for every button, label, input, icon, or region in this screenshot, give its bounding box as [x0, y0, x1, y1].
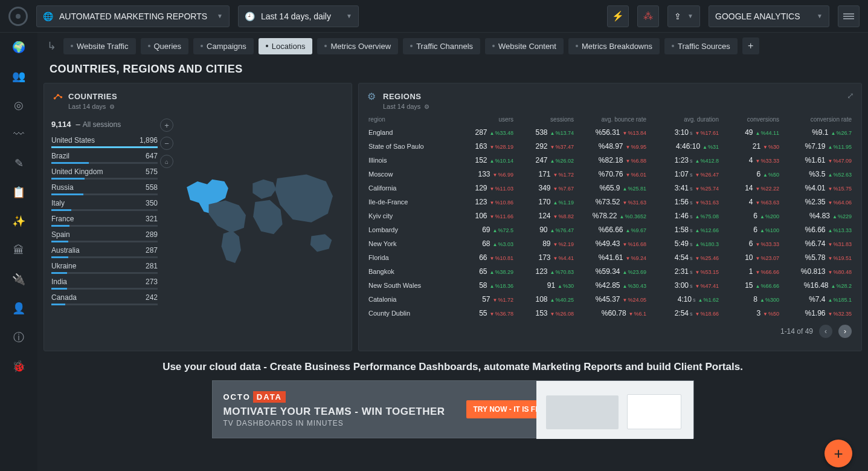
page-title: COUNTRIES, REGIONS AND CITIES [43, 59, 862, 83]
promo-brand-1: OCTO [223, 392, 251, 401]
nav-user-icon[interactable]: 👤 [11, 301, 26, 316]
flow-icon: ↳ [47, 39, 56, 53]
region-row[interactable]: Kyiv city106▼%11.66124▼%8.82%78.22▲%0.36… [359, 209, 861, 223]
region-row[interactable]: Catalonia57▼%1.72108▲%40.25%45.37▼%24.05… [359, 292, 861, 306]
nav-clipboard-icon[interactable]: 📋 [11, 185, 26, 200]
country-row[interactable]: France321 [50, 212, 159, 228]
world-map[interactable] [179, 117, 346, 307]
country-row[interactable]: Canada242 [50, 291, 159, 307]
regions-title: REGIONS [383, 92, 421, 101]
gear-icon[interactable]: ⚙ [424, 103, 429, 110]
regions-header-row: region users sessions avg. bounce rate a… [359, 115, 861, 125]
date-range-select[interactable]: 🕘 Last 14 days, daily ▼ [238, 5, 359, 27]
nav-debug-icon[interactable]: 🐞 [11, 359, 26, 374]
region-row[interactable]: Bangkok65▲%38.29123▲%70.83%59.34▲%23.692… [359, 264, 861, 278]
country-row[interactable]: Italy350 [50, 197, 159, 212]
add-country-button[interactable]: + [160, 119, 173, 132]
region-row[interactable]: New South Wales58▲%18.3691▲%30%42.85▲%30… [359, 278, 861, 292]
date-range-label: Last 14 days, daily [261, 11, 331, 21]
promo-line-3: TV DASHBOARDS IN MINUTES [223, 419, 540, 427]
topbar: 🌐 AUTOMATED MARKETING REPORTS ▼ 🕘 Last 1… [0, 0, 868, 33]
country-row[interactable]: United Kingdom575 [50, 165, 159, 181]
promo-headline: Use your cloud data - Create Business Pe… [43, 361, 862, 373]
tabs-row: ↳ Website TrafficQueriesCampaignsLocatio… [43, 33, 862, 59]
country-row[interactable]: Australia287 [50, 244, 159, 259]
gear-icon[interactable]: ⚙ [109, 103, 115, 110]
country-row[interactable]: Brazil647 [50, 149, 159, 165]
remove-country-button[interactable]: − [160, 137, 173, 150]
globe-icon: 🌐 [43, 11, 53, 21]
tab-queries[interactable]: Queries [141, 38, 189, 54]
nav-bank-icon[interactable]: 🏛 [11, 243, 26, 258]
source-select-label: GOOGLE ANALYTICS [715, 11, 800, 21]
region-row[interactable]: England287▲%33.48538▲%13.74%56.31▼%13.84… [359, 125, 861, 139]
region-row[interactable]: Ile-de-France123▼%10.86170▲%1.19%73.52▼%… [359, 195, 861, 209]
report-select-label: AUTOMATED MARKETING REPORTS [59, 11, 207, 21]
home-country-button[interactable]: ⌂ [160, 155, 173, 168]
region-row[interactable]: Illinois152▲%10.14247▲%26.02%82.18▼%6.88… [359, 153, 861, 167]
country-row[interactable]: Russia558 [50, 181, 159, 197]
countries-subtitle: Last 14 days [68, 103, 106, 110]
prev-page-button[interactable]: ‹ [819, 325, 832, 338]
share-icon: ⇪ [674, 11, 681, 21]
all-sessions-value: 9,114 [51, 120, 71, 129]
countries-panel: COUNTRIES Last 14 days ⚙ 9,114 – All ses… [43, 83, 352, 351]
expand-icon[interactable]: ⤢ [847, 91, 854, 100]
add-tab-button[interactable]: + [742, 37, 759, 54]
countries-list: 9,114 – All sessions United States1,896B… [50, 117, 159, 307]
nav-plug-icon[interactable]: 🔌 [11, 272, 26, 287]
regions-subtitle: Last 14 days [383, 103, 420, 110]
plug-icon-button[interactable]: ⚡ [607, 5, 629, 27]
region-row[interactable]: Lombardy69▲%72.590▲%76.47%66.66▲%9.671:5… [359, 223, 861, 236]
country-row[interactable]: Spain289 [50, 228, 159, 244]
country-row[interactable]: India273 [50, 275, 159, 291]
nav-radar-icon[interactable]: ◎ [11, 98, 26, 112]
promo-section: Use your cloud data - Create Business Pe… [43, 361, 862, 438]
tab-traffic-sources[interactable]: Traffic Sources [664, 38, 738, 54]
clock-icon: 🕘 [245, 11, 255, 21]
region-row[interactable]: State of Sao Paulo163▼%28.19292▼%37.47%4… [359, 139, 861, 153]
nav-globe-icon[interactable]: 🌍 [11, 40, 26, 54]
all-sessions-label: All sessions [83, 120, 121, 129]
caret-down-icon: ▼ [346, 13, 352, 19]
gear-icon: ⚙ [367, 91, 378, 102]
nav-chart-icon[interactable]: 〰 [11, 127, 26, 141]
region-row[interactable]: California129▼%11.03349▼%7.67%65.9▲%25.8… [359, 181, 861, 195]
nav-people-icon[interactable]: 👥 [11, 69, 26, 83]
left-nav: 🌍 👥 ◎ 〰 ✎ 📋 ✨ 🏛 🔌 👤 ⓘ 🐞 [0, 33, 37, 471]
nav-wand-icon[interactable]: ✨ [11, 214, 26, 229]
caret-down-icon: ▼ [687, 13, 693, 19]
promo-banner[interactable]: OCTODATA MOTIVATE YOUR TEAMS - WIN TOGET… [212, 380, 694, 438]
tab-website-traffic[interactable]: Website Traffic [63, 38, 136, 54]
fab-add-button[interactable]: + [825, 440, 852, 467]
all-sessions-row: 9,114 – All sessions [50, 117, 159, 134]
region-row[interactable]: New York68▲%3.0389▼%2.19%49.43▼%16.685:4… [359, 236, 861, 250]
next-page-button[interactable]: › [838, 325, 852, 338]
source-select[interactable]: GOOGLE ANALYTICS ▼ [709, 5, 829, 27]
tab-campaigns[interactable]: Campaigns [193, 38, 254, 54]
countries-icon [53, 91, 63, 102]
region-row[interactable]: County Dublin55▼%36.78153▼%26.08%60.78▼%… [359, 306, 861, 320]
tab-locations[interactable]: Locations [259, 38, 313, 54]
tab-metrics-breakdowns[interactable]: Metrics Breakdowns [568, 38, 660, 54]
country-row[interactable]: United States1,896 [50, 134, 159, 149]
tab-metrics-overview[interactable]: Metrics Overview [317, 38, 398, 54]
report-select[interactable]: 🌐 AUTOMATED MARKETING REPORTS ▼ [36, 5, 230, 27]
regions-panel: ⤢ ⚙ REGIONS Last 14 days ⚙ region users … [358, 83, 862, 351]
nav-info-icon[interactable]: ⓘ [11, 330, 26, 345]
bug-icon-button[interactable]: ⁂ [637, 5, 659, 27]
tab-traffic-channels[interactable]: Traffic Channels [403, 38, 480, 54]
countries-title: COUNTRIES [68, 92, 117, 101]
nav-pencil-icon[interactable]: ✎ [11, 156, 26, 171]
region-row[interactable]: Moscow133▼%6.99171▼%1.72%70.76▼%6.011:07… [359, 167, 861, 181]
promo-preview [536, 381, 693, 439]
country-row[interactable]: Ukraine281 [50, 259, 159, 275]
app-logo [8, 7, 28, 26]
share-button[interactable]: ⇪ ▼ [667, 5, 700, 27]
tab-website-content[interactable]: Website Content [485, 38, 564, 54]
menu-button[interactable] [838, 5, 860, 27]
caret-down-icon: ▼ [217, 13, 223, 19]
regions-page-label: 1-14 of 49 [780, 327, 813, 336]
promo-brand-2: DATA [253, 391, 286, 403]
region-row[interactable]: Florida66▼%10.81173▼%4.41%41.61▼%9.244:5… [359, 250, 861, 264]
